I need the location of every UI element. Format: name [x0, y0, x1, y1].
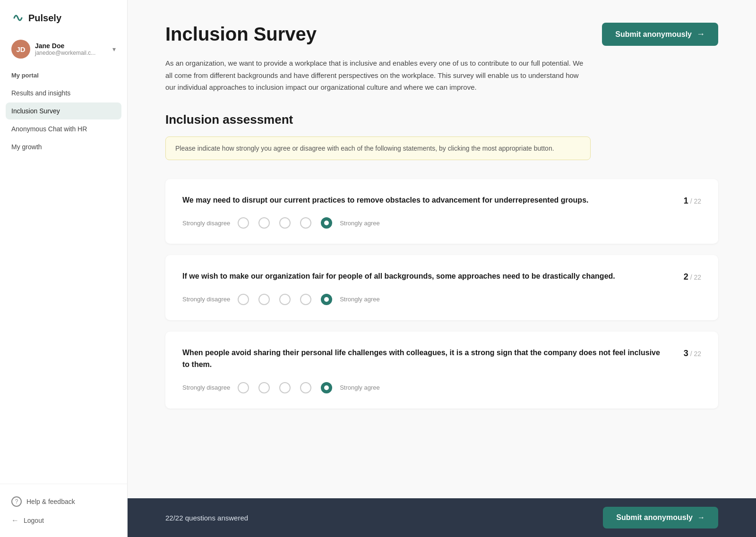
submit-anonymous-button-top[interactable]: Submit anonymously → — [602, 23, 718, 46]
radio-2-1[interactable] — [238, 294, 249, 305]
radio-2-3[interactable] — [279, 294, 291, 305]
user-profile[interactable]: JD Jane Doe janedoe@workemail.c... ▾ — [0, 34, 127, 64]
radio-2-2[interactable] — [258, 294, 270, 305]
portal-section-label: My portal — [0, 64, 127, 83]
survey-title: Inclusion Survey — [165, 23, 317, 45]
footer-status: 22/22 questions answered — [165, 514, 248, 522]
radio-2-4[interactable] — [300, 294, 311, 305]
question-3-rating: Strongly disagree Strongly agree — [182, 382, 665, 393]
main-content-area: Inclusion Survey Submit anonymously → As… — [128, 0, 756, 537]
footer-arrow-icon: → — [697, 513, 705, 522]
pulsely-logo-icon — [11, 11, 25, 25]
logout-arrow-icon: ← — [11, 516, 19, 525]
question-1-label-right: Strongly agree — [340, 220, 380, 227]
survey-header: Inclusion Survey Submit anonymously → — [165, 23, 718, 46]
question-3-radio-group — [238, 382, 332, 393]
question-2-rating: Strongly disagree Strongly agree — [182, 294, 665, 305]
logo: Pulsely — [0, 0, 127, 34]
question-block-1: We may need to disrupt our current pract… — [165, 179, 718, 244]
info-box: Please indicate how strongly you agree o… — [165, 136, 591, 160]
radio-3-2[interactable] — [258, 382, 270, 393]
question-3-label-left: Strongly disagree — [182, 384, 230, 391]
question-block-2: If we wish to make our organization fair… — [165, 255, 718, 320]
radio-3-3[interactable] — [279, 382, 291, 393]
help-feedback-item[interactable]: ? Help & feedback — [11, 492, 116, 511]
radio-3-5[interactable] — [321, 382, 332, 393]
assessment-title: Inclusion assessment — [165, 112, 718, 127]
question-1-rating: Strongly disagree Strongly agree — [182, 217, 665, 229]
sidebar-item-results[interactable]: Results and insights — [6, 85, 121, 102]
sidebar-item-survey[interactable]: Inclusion Survey — [6, 102, 121, 119]
question-1-content: We may need to disrupt our current pract… — [182, 194, 665, 229]
user-info: Jane Doe janedoe@workemail.c... — [35, 42, 108, 56]
radio-1-4[interactable] — [300, 217, 311, 229]
question-2-number: 2 / 22 — [684, 270, 701, 282]
radio-1-2[interactable] — [258, 217, 270, 229]
radio-2-5[interactable] — [321, 294, 332, 305]
radio-3-1[interactable] — [238, 382, 249, 393]
arrow-icon: → — [696, 29, 705, 39]
app-name: Pulsely — [28, 13, 61, 24]
footer-bar: 22/22 questions answered Submit anonymou… — [128, 498, 756, 537]
logout-item[interactable]: ← Logout — [11, 511, 116, 529]
user-email: janedoe@workemail.c... — [35, 50, 108, 56]
sidebar-item-chat[interactable]: Anonymous Chat with HR — [6, 120, 121, 137]
avatar: JD — [11, 40, 30, 59]
question-1-number: 1 / 22 — [684, 194, 701, 206]
question-2-radio-group — [238, 294, 332, 305]
question-block-3: When people avoid sharing their personal… — [165, 332, 718, 409]
sidebar-nav: Results and insights Inclusion Survey An… — [0, 83, 127, 158]
user-name: Jane Doe — [35, 42, 108, 50]
question-3-label-right: Strongly agree — [340, 384, 380, 391]
sidebar-item-growth[interactable]: My growth — [6, 138, 121, 155]
survey-content: Inclusion Survey Submit anonymously → As… — [128, 0, 756, 537]
sidebar-bottom: ? Help & feedback ← Logout — [0, 484, 127, 537]
question-2-content: If we wish to make our organization fair… — [182, 270, 665, 305]
radio-1-3[interactable] — [279, 217, 291, 229]
question-1-label-left: Strongly disagree — [182, 220, 230, 227]
radio-1-5[interactable] — [321, 217, 332, 229]
question-2-label-left: Strongly disagree — [182, 296, 230, 303]
sidebar: Pulsely JD Jane Doe janedoe@workemail.c.… — [0, 0, 128, 537]
question-2-text: If we wish to make our organization fair… — [182, 270, 665, 282]
radio-3-4[interactable] — [300, 382, 311, 393]
submit-anonymous-button-bottom[interactable]: Submit anonymously → — [603, 507, 718, 528]
question-1-text: We may need to disrupt our current pract… — [182, 194, 665, 206]
survey-description: As an organization, we want to provide a… — [165, 57, 591, 94]
question-1-radio-group — [238, 217, 332, 229]
question-3-number: 3 / 22 — [684, 347, 701, 358]
question-3-text: When people avoid sharing their personal… — [182, 347, 665, 371]
help-icon: ? — [11, 496, 22, 507]
question-3-content: When people avoid sharing their personal… — [182, 347, 665, 393]
radio-1-1[interactable] — [238, 217, 249, 229]
question-2-label-right: Strongly agree — [340, 296, 380, 303]
chevron-down-icon: ▾ — [112, 45, 116, 53]
